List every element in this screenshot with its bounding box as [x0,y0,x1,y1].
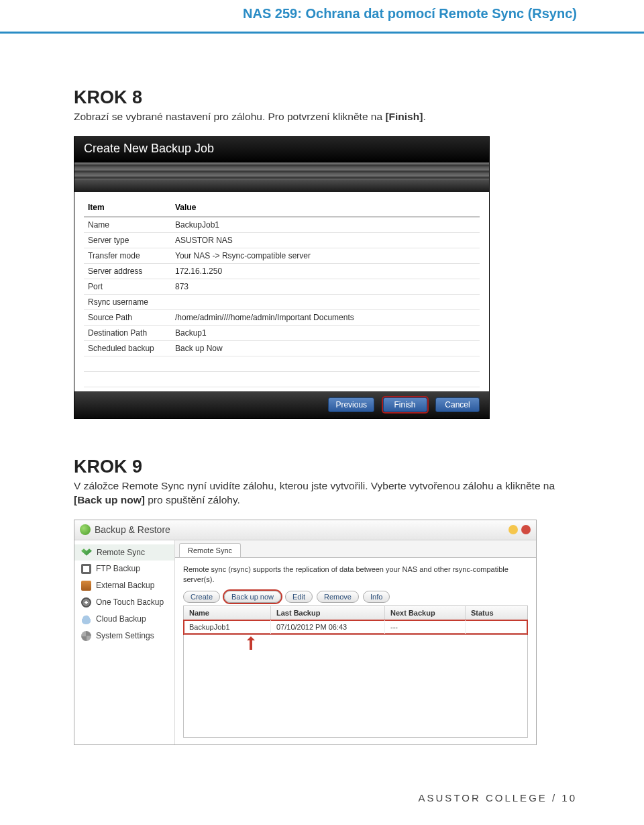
tab-remote-sync[interactable]: Remote Sync [179,543,241,557]
table-row: Server typeASUSTOR NAS [84,232,480,248]
dialog-subbar [74,180,489,192]
step8-text: Zobrazí se vybrané nastavení pro zálohu.… [74,110,577,124]
toolbar: Create Back up now Edit Remove Info [183,591,528,603]
remote-sync-icon [81,548,92,557]
table-row: Source Path/home/admin////home/admin/Imp… [84,309,480,325]
create-button[interactable]: Create [183,591,220,603]
sidebar-item-cloud-backup[interactable]: Cloud Backup [74,611,174,628]
tab-description: Remote sync (rsync) supports the replica… [183,565,528,585]
tab-bar: Remote Sync [175,540,536,558]
sidebar-item-remote-sync[interactable]: Remote Sync [74,544,174,561]
cell-status [466,620,527,634]
grid-header: Name Last Backup Next Backup Status [184,606,527,620]
dialog-title: Create New Backup Job [74,137,489,162]
cell-last: 07/10/2012 PM 06:43 [271,620,385,634]
sidebar-item-external-backup[interactable]: External Backup [74,577,174,594]
sidebar-item-one-touch[interactable]: One Touch Backup [74,594,174,611]
sidebar-item-label: One Touch Backup [96,597,164,607]
step9-heading: KROK 9 [74,456,577,477]
step9-text: V záložce Remote Sync nyní uvidíte záloh… [74,479,577,507]
sidebar-item-label: FTP Backup [96,564,140,573]
col-name: Name [184,606,271,620]
table-row: Scheduled backupBack up Now [84,340,480,356]
jobs-grid: Name Last Backup Next Backup Status Back… [183,605,528,738]
table-row: Rsync username [84,294,480,309]
create-backup-dialog: Create New Backup Job Item Value NameBac… [74,136,490,419]
gear-icon [81,631,91,641]
sidebar-item-label: System Settings [96,631,154,640]
sidebar: Remote Sync FTP Backup External Backup O… [74,540,175,745]
table-row [84,356,480,371]
backup-restore-window: Backup & Restore Remote Sync FTP Backup … [74,520,537,746]
cancel-button[interactable]: Cancel [435,397,480,412]
app-icon [80,524,91,535]
external-icon [81,581,91,591]
dialog-footer: Previous Finish Cancel [74,391,489,418]
table-row [84,371,480,387]
grid-row[interactable]: BackupJob1 07/10/2012 PM 06:43 --- [184,620,527,634]
close-icon[interactable] [521,525,531,534]
table-row: NameBackupJob1 [84,217,480,233]
sidebar-item-label: External Backup [96,581,154,590]
app-title: Backup & Restore [95,524,505,535]
cloud-icon [81,614,91,624]
cell-name: BackupJob1 [184,620,271,634]
previous-button[interactable]: Previous [328,397,374,412]
info-button[interactable]: Info [363,591,390,603]
sidebar-item-label: Remote Sync [97,548,145,557]
col-status: Status [466,606,527,620]
col-last-backup: Last Backup [271,606,385,620]
col-value: Value [171,200,480,217]
one-touch-icon [81,597,91,608]
page-footer: ASUSTOR COLLEGE / 10 [0,772,644,820]
minimize-icon[interactable] [508,525,518,534]
grid-empty-area [184,650,527,737]
step8-heading: KROK 8 [74,87,577,108]
sidebar-item-label: Cloud Backup [96,614,146,624]
edit-button[interactable]: Edit [285,591,313,603]
col-item: Item [84,200,171,217]
table-row: Transfer modeYour NAS -> Rsync-compatibl… [84,248,480,263]
col-next-backup: Next Backup [385,606,466,620]
cell-next: --- [385,620,466,634]
sidebar-item-ftp-backup[interactable]: FTP Backup [74,561,174,577]
sidebar-item-system-settings[interactable]: System Settings [74,628,174,644]
table-row: Server address172.16.1.250 [84,263,480,279]
finish-button[interactable]: Finish [383,397,427,412]
remove-button[interactable]: Remove [317,591,359,603]
dialog-decoration [74,162,489,180]
doc-title: NAS 259: Ochrana dat pomocí Remote Sync … [243,6,577,21]
table-row: Port873 [84,279,480,294]
summary-table: Item Value NameBackupJob1 Server typeASU… [84,200,480,387]
ftp-icon [81,564,91,574]
window-titlebar: Backup & Restore [74,520,536,540]
page-header: NAS 259: Ochrana dat pomocí Remote Sync … [0,0,644,34]
backup-now-button[interactable]: Back up now [224,591,281,603]
table-row: Destination PathBackup1 [84,325,480,340]
